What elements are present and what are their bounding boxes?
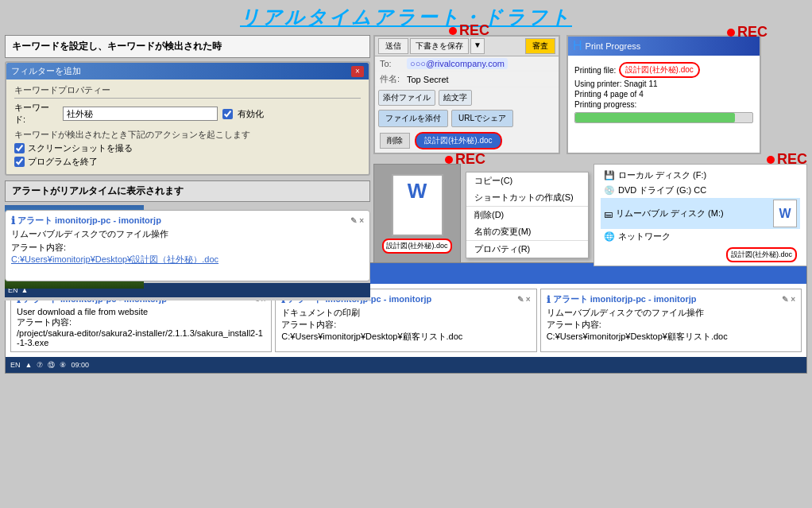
dvd-icon-g: 💿 xyxy=(604,185,615,196)
explorer-file-circled: 設計図(社外秘).doc xyxy=(726,247,797,262)
bottom-alert-3-title: ℹ アラート imonitorjp-pc - imonitorjp ✎ × xyxy=(547,293,795,305)
explorer-file-icon: W xyxy=(773,200,797,227)
email-window: 送信 下書きを保存 ▼ 審査 To: ○○○@rivalcompany.com … xyxy=(373,35,560,154)
drive-icon-f: 💾 xyxy=(604,170,615,180)
print-file-row: Printing file: 設計図(社外秘).doc xyxy=(574,62,753,78)
page-title: リアルタイムアラート・ドラフト xyxy=(0,0,812,32)
network-icon: 🌐 xyxy=(604,231,615,242)
email-file-row: ファイルを添付 URLでシェア xyxy=(375,108,559,129)
bottom-alert-3-subtitle: リムーバブルディスクでのファイル操作 xyxy=(547,307,795,319)
dropdown-arrow[interactable]: ▼ xyxy=(470,38,485,54)
right-top-row: REC 送信 下書きを保存 ▼ 審査 To: ○○○@rival xyxy=(373,35,807,154)
screenshot-checkbox[interactable] xyxy=(14,143,25,153)
filter-dialog: フィルターを追加 × キーワードプロパティー キーワード: 有効化 xyxy=(5,61,370,176)
alert-subtitle: リムーバブルディスクでのファイル操作 xyxy=(11,228,364,240)
email-actions-row: 添付ファイル 絵文字 xyxy=(375,87,559,108)
right-bottom-row: REC REC W 設計図(社外秘).doc xyxy=(373,164,807,266)
subject-value: Top Secret xyxy=(407,75,449,84)
add-file-btn[interactable]: ファイルを添付 xyxy=(378,110,448,127)
explorer-tree: 💾 ローカル ディスク (F:) 💿 DVD ドライブ (G:) CC 🖴 リム… xyxy=(594,165,806,266)
explorer-window: 💾 ローカル ディスク (F:) 💿 DVD ドライブ (G:) CC 🖴 リム… xyxy=(594,164,807,266)
attach-file-btn[interactable]: 添付ファイル xyxy=(378,90,435,106)
file-preview-box: W 設計図(社外秘).doc xyxy=(373,164,461,263)
context-menu-item-delete[interactable]: 削除(D) xyxy=(466,206,588,223)
rec-badge-2: REC xyxy=(727,24,768,41)
terminate-option: プログラムを終了 xyxy=(14,156,361,168)
rec-badge-1: REC xyxy=(449,22,489,39)
bottom-alert-1-subtitle: User download a file from website xyxy=(17,307,265,316)
subject-label: 件名: xyxy=(380,73,404,85)
alert-section-label: アラートがリアルタイムに表示されます xyxy=(5,180,370,202)
send-button[interactable]: 送信 xyxy=(378,38,408,54)
save-draft-button[interactable]: 下書きを保存 xyxy=(410,38,469,54)
context-menu: コピー(C) ショートカットの作成(S) 削除(D) 名前の変更(M) プロパテ… xyxy=(466,172,589,258)
print-progress-bar xyxy=(575,113,735,122)
email-toolbar: 送信 下書きを保存 ▼ 審査 xyxy=(375,37,559,56)
explorer-file-label: 設計図(社外秘).doc xyxy=(601,247,797,262)
filter-props-label: キーワードプロパティー xyxy=(14,84,361,99)
email-attachment-row: 削除 設計図(社外秘).doc xyxy=(375,129,559,153)
filter-dialog-title-text: フィルターを追加 xyxy=(11,65,81,77)
email-to-row: To: ○○○@rivalcompany.com xyxy=(375,56,559,72)
email-subject-row: 件名: Top Secret xyxy=(375,72,559,87)
usb-icon-m: 🖴 xyxy=(604,209,613,219)
explorer-item-f[interactable]: 💾 ローカル ディスク (F:) xyxy=(601,168,800,183)
review-button[interactable]: 審査 xyxy=(525,38,555,54)
print-page-row: Printing 4 page of 4 xyxy=(574,90,753,99)
enable-label: 有効化 xyxy=(238,108,264,120)
context-menu-item-copy[interactable]: コピー(C) xyxy=(466,173,588,189)
print-title-text: Print Progress xyxy=(586,41,641,51)
screenshot-option: スクリーンショットを撮る xyxy=(14,142,361,154)
explorer-item-g[interactable]: 💿 DVD ドライブ (G:) CC xyxy=(601,183,800,198)
rec-dot-2 xyxy=(727,29,735,37)
bottom-alert-3: ℹ アラート imonitorjp-pc - imonitorjp ✎ × リム… xyxy=(540,289,802,352)
word-icon: W xyxy=(408,179,427,204)
bottom-alert-2-content: C:¥Users¥imonitorjp¥Desktop¥顧客リスト.doc xyxy=(281,331,530,343)
context-menu-item-shortcut[interactable]: ショートカットの作成(S) xyxy=(466,189,588,206)
bottom-alert-1-content-label: アラート内容: xyxy=(17,316,265,328)
rec-dot-4 xyxy=(767,156,775,164)
filter-dialog-close-button[interactable]: × xyxy=(351,66,364,77)
context-menu-item-properties[interactable]: プロパティ(R) xyxy=(466,240,588,258)
to-label: To: xyxy=(380,59,404,68)
alert-content-label: アラート内容: xyxy=(11,242,364,254)
alert-bubble: ℹ アラート imonitorjp-pc - imonitorjp ✎ × リム… xyxy=(5,210,370,281)
print-progress-window: REC H Print Progress Printing file: 設計図(… xyxy=(566,35,761,154)
delete-btn[interactable]: 削除 xyxy=(380,133,410,149)
action-description: キーワードが検出されたとき下記のアクションを起こします xyxy=(14,129,361,141)
context-menu-item-rename[interactable]: 名前の変更(M) xyxy=(466,223,588,240)
filter-dialog-titlebar: フィルターを追加 × xyxy=(6,63,369,79)
bottom-alert-3-content: C:¥Users¥imonitorjp¥Desktop¥顧客リスト.doc xyxy=(547,331,795,343)
attachment-badge: 設計図(社外秘).doc xyxy=(415,132,502,149)
keyword-row: キーワード: 有効化 xyxy=(14,102,361,126)
print-logo-icon: H xyxy=(573,39,582,53)
keyword-input[interactable] xyxy=(63,107,218,121)
share-url-btn[interactable]: URLでシェア xyxy=(451,110,513,127)
emoji-btn[interactable]: 絵文字 xyxy=(439,90,472,106)
alert-content: C:¥Users¥imonitorjp¥Desktop¥設計図（社外秘）.doc xyxy=(11,254,364,266)
alert-bubble-title: ℹ アラート imonitorjp-pc - imonitorjp ✎ × xyxy=(11,215,364,227)
enable-checkbox[interactable] xyxy=(222,109,233,119)
rec-dot-1 xyxy=(449,27,457,35)
terminate-label: プログラムを終了 xyxy=(28,156,98,168)
explorer-item-m[interactable]: 🖴 リムーバブル ディスク (M:) W xyxy=(601,198,800,229)
to-value: ○○○@rivalcompany.com xyxy=(407,58,508,69)
filter-dialog-body: キーワードプロパティー キーワード: 有効化 キーワードが検出されたとき下記のア… xyxy=(6,79,369,174)
print-progress-label: Printing progress: xyxy=(574,100,753,109)
rec-badge-3: REC xyxy=(445,151,485,168)
word-icon-small: W xyxy=(779,207,791,221)
info-icon-3: ℹ xyxy=(547,294,551,305)
rec-badge-4: REC xyxy=(767,151,807,168)
explorer-item-network[interactable]: 🌐 ネットワーク xyxy=(601,229,800,244)
bottom-alert-2-content-label: アラート内容: xyxy=(281,319,530,331)
print-body: Printing file: 設計図(社外秘).doc Using printe… xyxy=(568,56,760,128)
keyword-section-label: キーワードを設定し、キーワードが検出された時 xyxy=(5,35,370,58)
file-icon-large: W xyxy=(392,174,443,236)
print-printer-row: Using printer: Snagit 11 xyxy=(574,79,753,88)
screenshot-label: スクリーンショットを撮る xyxy=(28,142,133,154)
bottom-taskbar: EN ▲ ⑦ ⑬ ⑧ 09:00 xyxy=(6,357,806,373)
terminate-checkbox[interactable] xyxy=(14,157,25,167)
alert-area: ℹ アラート imonitorjp-pc - imonitorjp ✎ × リム… xyxy=(5,205,370,301)
alert-info-icon: ℹ xyxy=(11,215,15,227)
bottom-alert-3-content-label: アラート内容: xyxy=(547,319,795,331)
